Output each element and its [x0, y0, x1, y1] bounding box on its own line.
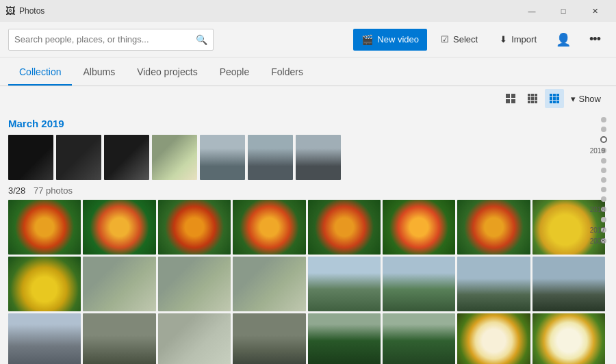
- list-item[interactable]: [104, 135, 149, 180]
- more-options-button[interactable]: •••: [582, 29, 608, 51]
- svg-rect-15: [556, 94, 559, 96]
- list-item[interactable]: [383, 313, 455, 364]
- minimize-button[interactable]: —: [516, 0, 548, 22]
- nav-tabs: Collection Albums Video projects People …: [0, 57, 616, 86]
- photo-row-3: [8, 313, 605, 364]
- show-button[interactable]: ▾ Show: [567, 91, 605, 107]
- view-small-grid-button[interactable]: [501, 89, 520, 108]
- timeline-year-2008[interactable]: 2008: [590, 237, 605, 245]
- list-item[interactable]: [152, 135, 197, 180]
- svg-rect-16: [550, 97, 552, 100]
- app-title: Photos: [19, 6, 44, 16]
- svg-rect-5: [531, 94, 534, 96]
- timeline-dot[interactable]: [601, 217, 606, 222]
- timeline-dot[interactable]: [601, 158, 606, 164]
- list-item[interactable]: [8, 135, 53, 180]
- timeline-dot-active[interactable]: [600, 136, 607, 143]
- timeline-dot[interactable]: [601, 177, 606, 183]
- svg-rect-0: [506, 94, 510, 98]
- timeline-year-2018[interactable]: 2018: [590, 206, 605, 213]
- timeline-dot[interactable]: [601, 187, 606, 192]
- svg-rect-20: [553, 101, 556, 103]
- main-content: March 2019 3/28 77 photos: [0, 109, 616, 364]
- view-medium-grid-button[interactable]: [523, 89, 542, 108]
- top-photo-strip: [8, 135, 605, 180]
- svg-rect-19: [550, 101, 552, 103]
- svg-rect-1: [511, 94, 515, 98]
- svg-rect-17: [553, 97, 556, 100]
- svg-rect-6: [535, 94, 537, 96]
- account-button[interactable]: 👤: [550, 29, 576, 51]
- list-item[interactable]: [158, 200, 231, 255]
- list-item[interactable]: [56, 135, 101, 180]
- tab-collection[interactable]: Collection: [8, 60, 72, 86]
- svg-rect-13: [550, 94, 552, 96]
- list-item[interactable]: [233, 200, 305, 255]
- list-item[interactable]: [233, 257, 305, 311]
- svg-rect-4: [528, 94, 530, 96]
- app-icon: 🖼: [5, 5, 15, 16]
- photo-row-1: [8, 200, 605, 255]
- svg-rect-8: [531, 97, 534, 100]
- svg-rect-3: [511, 99, 515, 103]
- list-item[interactable]: [308, 200, 381, 255]
- list-item[interactable]: [457, 257, 530, 311]
- timeline-dot[interactable]: [601, 117, 606, 122]
- date-label: 3/28 77 photos: [8, 185, 605, 196]
- svg-rect-2: [506, 99, 510, 103]
- list-item[interactable]: [308, 313, 381, 364]
- view-large-grid-button[interactable]: [545, 89, 564, 108]
- timeline-year-2019[interactable]: 2019: [590, 147, 605, 155]
- maximize-button[interactable]: □: [548, 0, 579, 22]
- new-video-button[interactable]: 🎬 New video: [353, 29, 427, 51]
- search-input[interactable]: [14, 34, 192, 44]
- title-bar: 🖼 Photos — □ ✕: [0, 0, 616, 22]
- list-item[interactable]: [158, 313, 231, 364]
- list-item[interactable]: [8, 200, 81, 255]
- toolbar: 🔍 🎬 New video ☑ Select ⬇ Import 👤 •••: [0, 22, 616, 57]
- timeline-dot[interactable]: [601, 127, 606, 132]
- timeline-dot[interactable]: [601, 168, 606, 173]
- list-item[interactable]: [8, 257, 81, 311]
- svg-rect-7: [528, 97, 530, 100]
- list-item[interactable]: [83, 200, 155, 255]
- list-item[interactable]: [200, 135, 245, 180]
- list-item[interactable]: [233, 313, 305, 364]
- close-button[interactable]: ✕: [579, 0, 611, 22]
- select-icon: ☑: [441, 34, 449, 44]
- search-box[interactable]: 🔍: [8, 29, 214, 51]
- list-item[interactable]: [83, 313, 155, 364]
- view-options: ▾ Show: [0, 86, 616, 109]
- tab-video-projects[interactable]: Video projects: [126, 60, 208, 86]
- svg-rect-12: [535, 101, 537, 103]
- svg-rect-18: [556, 97, 559, 100]
- list-item[interactable]: [457, 200, 530, 255]
- tab-people[interactable]: People: [209, 60, 261, 86]
- import-button[interactable]: ⬇ Import: [491, 29, 545, 51]
- svg-rect-10: [528, 101, 530, 103]
- show-chevron-icon: ▾: [571, 94, 576, 104]
- svg-rect-14: [553, 94, 556, 96]
- list-item[interactable]: [158, 257, 231, 311]
- list-item[interactable]: [383, 257, 455, 311]
- photo-row-2: [8, 257, 605, 311]
- title-bar-left: 🖼 Photos: [5, 5, 44, 16]
- list-item[interactable]: [457, 313, 530, 364]
- tab-albums[interactable]: Albums: [72, 60, 126, 86]
- timeline-sidebar: 2019 2018 2017 2008: [591, 109, 616, 364]
- list-item[interactable]: [296, 135, 341, 180]
- search-icon: 🔍: [196, 34, 207, 45]
- import-icon: ⬇: [500, 34, 507, 44]
- list-item[interactable]: [83, 257, 155, 311]
- svg-rect-11: [531, 101, 534, 103]
- list-item[interactable]: [248, 135, 293, 180]
- list-item[interactable]: [383, 200, 455, 255]
- timeline-dot[interactable]: [601, 196, 606, 202]
- list-item[interactable]: [8, 313, 81, 364]
- select-button[interactable]: ☑ Select: [433, 29, 486, 51]
- timeline-year-2017[interactable]: 2017: [590, 226, 605, 234]
- title-bar-controls: — □ ✕: [516, 0, 611, 22]
- list-item[interactable]: [308, 257, 381, 311]
- tab-folders[interactable]: Folders: [260, 60, 314, 86]
- video-icon: 🎬: [361, 34, 373, 45]
